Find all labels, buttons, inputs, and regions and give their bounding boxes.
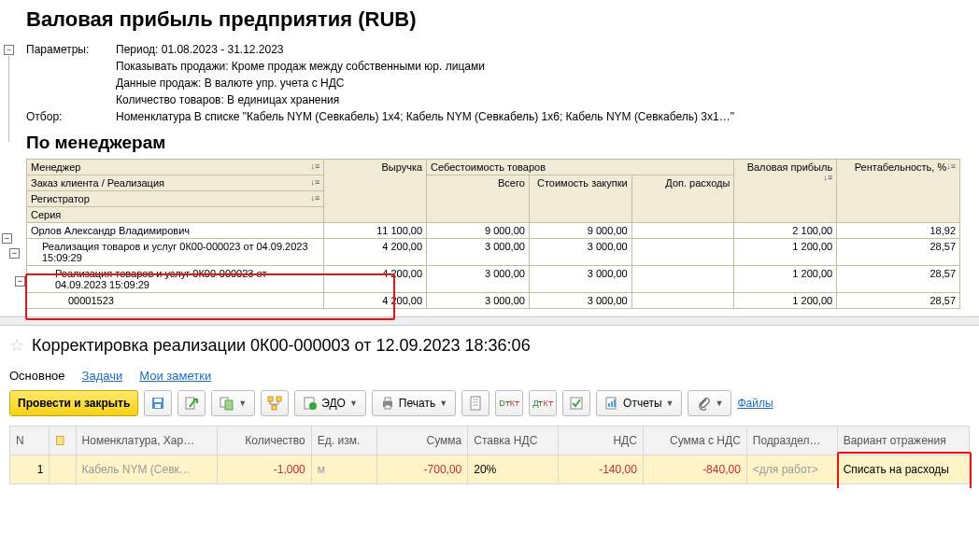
doc-title: Корректировка реализации 0К00-000003 от … (32, 336, 531, 356)
tree-toggle[interactable]: − (9, 248, 20, 259)
edo-button[interactable]: ЭДО▼ (294, 390, 366, 416)
cell-vat[interactable]: -140,00 (559, 455, 644, 484)
report-grid[interactable]: Менеджер↓≡ Выручка Себестоимость товаров… (26, 159, 960, 309)
svg-rect-13 (385, 405, 390, 409)
cell-sum-vat[interactable]: -840,00 (643, 455, 746, 484)
col-qty[interactable]: Количество (217, 427, 311, 455)
filter-label: Отбор: (26, 108, 116, 125)
tab-notes[interactable]: Мои заметки (139, 369, 211, 383)
tree-toggle[interactable]: − (2, 233, 12, 244)
param-period: Период: 01.08.2023 - 31.12.2023 (116, 41, 284, 58)
col-vat[interactable]: НДС (559, 427, 644, 455)
cell-dept[interactable]: <для работ> (746, 455, 837, 484)
table-row[interactable]: Реализация товаров и услуг 0К00-000023 о… (27, 239, 960, 266)
hdr-gross[interactable]: Валовая прибыль ↓≡ (734, 160, 837, 223)
col-sum-vat[interactable]: Сумма с НДС (643, 427, 746, 455)
attach-button[interactable]: ▼ (688, 390, 731, 416)
cell-lock[interactable] (50, 455, 76, 484)
pane-splitter[interactable] (0, 316, 979, 326)
col-nomen[interactable]: Номенклатура, Хар… (76, 427, 217, 455)
svg-rect-23 (57, 437, 64, 445)
svg-rect-20 (608, 403, 610, 407)
doc-row[interactable]: 1 Кабель NYM (Севк… -1,000 м -700,00 20%… (10, 455, 970, 484)
hdr-manager[interactable]: Менеджер↓≡ (27, 160, 324, 175)
svg-rect-22 (614, 399, 616, 407)
tree-collapse-root[interactable]: − (4, 45, 14, 55)
print-button[interactable]: Печать▼ (372, 390, 456, 416)
col-n[interactable]: N (10, 427, 50, 455)
save-button[interactable] (144, 390, 172, 416)
svg-rect-5 (225, 400, 233, 410)
section-title: По менеджерам (26, 133, 972, 153)
svg-rect-1 (154, 399, 162, 402)
param-qty: Количество товаров: В единицах хранения (116, 91, 339, 108)
based-on-button[interactable]: ▼ (211, 390, 255, 416)
post-button[interactable] (177, 390, 206, 416)
cell-variant[interactable]: Списать на расходы (837, 455, 969, 484)
cell-nomen[interactable]: Кабель NYM (Севк… (76, 455, 217, 484)
col-lock[interactable] (50, 427, 76, 455)
cell-unit[interactable]: м (311, 455, 377, 484)
svg-rect-21 (611, 401, 613, 407)
svg-rect-14 (471, 397, 480, 410)
hdr-series[interactable]: Серия (27, 207, 324, 223)
table-row[interactable]: Орлов Александр Владимирович 11 100,00 9… (27, 223, 960, 239)
hdr-rent[interactable]: Рентабельность, % ↓≡ (837, 160, 960, 223)
reports-button[interactable]: Отчеты▼ (596, 390, 682, 416)
col-dept[interactable]: Подраздел… (746, 427, 837, 455)
toolbar: Провести и закрыть ▼ ЭДО▼ Печать▼ DᴛКᴛ Д… (9, 390, 970, 416)
svg-rect-7 (277, 397, 281, 401)
cell-sum[interactable]: -700,00 (377, 455, 468, 484)
col-variant[interactable]: Вариант отражения (837, 427, 969, 455)
structure-button[interactable] (261, 390, 289, 416)
filter-value: Номенклатура В списке "Кабель NYM (Севка… (116, 108, 734, 125)
svg-point-10 (309, 402, 317, 410)
svg-rect-12 (385, 398, 390, 401)
hdr-revenue[interactable]: Выручка (324, 160, 427, 223)
param-sales-data: Данные продаж: В валюте упр. учета с НДС (116, 75, 345, 91)
cell-qty[interactable]: -1,000 (217, 455, 311, 484)
doc-grid[interactable]: N Номенклатура, Хар… Количество Ед. изм.… (9, 426, 970, 484)
col-unit[interactable]: Ед. изм. (311, 427, 377, 455)
param-show-sales: Показывать продажи: Кроме продаж между с… (116, 58, 485, 75)
hdr-cost-extra[interactable]: Доп. расходы (631, 175, 734, 223)
col-vat-rate[interactable]: Ставка НДС (468, 427, 559, 455)
hdr-registrar[interactable]: Регистратор↓≡ (27, 191, 324, 207)
svg-rect-6 (268, 397, 273, 401)
hdr-order[interactable]: Заказ клиента / Реализация↓≡ (27, 175, 324, 191)
table-row[interactable]: Реализация товаров и услуг 0К00-000023 о… (27, 266, 960, 293)
post-and-close-button[interactable]: Провести и закрыть (9, 390, 138, 416)
cell-n[interactable]: 1 (10, 455, 50, 484)
params-label: Параметры: (26, 41, 116, 58)
tab-tasks[interactable]: Задачи (82, 369, 123, 383)
files-link[interactable]: Файлы (737, 397, 773, 410)
doc-button[interactable] (461, 390, 490, 416)
dtkt-button[interactable]: DᴛКᴛ (495, 390, 523, 416)
col-sum[interactable]: Сумма (377, 427, 468, 455)
table-row[interactable]: 00001523 4 200,00 3 000,00 3 000,00 1 20… (27, 293, 960, 309)
hdr-cost-group[interactable]: Себестоимость товаров (427, 160, 734, 175)
tree-toggle[interactable]: − (15, 276, 25, 287)
hdr-cost-total[interactable]: Всего (427, 175, 530, 223)
tab-main[interactable]: Основное (9, 369, 65, 383)
hdr-cost-purchase[interactable]: Стоимость закупки (529, 175, 631, 223)
report-title: Валовая прибыль предприятия (RUB) (26, 7, 972, 32)
dtkt-alt-button[interactable]: ДᴛКᴛ (529, 390, 557, 416)
favorite-star-icon[interactable]: ☆ (9, 335, 24, 356)
check-button[interactable] (562, 390, 590, 416)
cell-vat-rate[interactable]: 20% (468, 455, 559, 484)
svg-rect-2 (155, 404, 161, 408)
